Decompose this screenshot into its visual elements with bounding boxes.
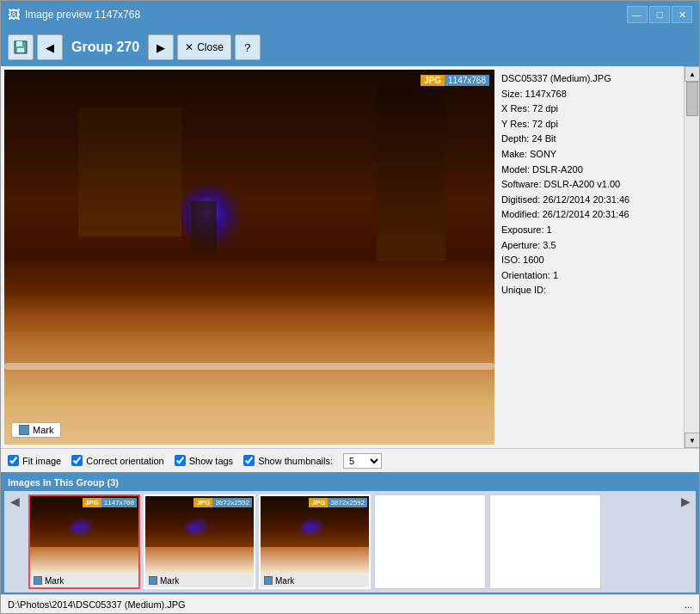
thumb-checkbox-2	[149, 576, 157, 585]
thumb-badge-3: JPG 3872x2592	[309, 498, 367, 507]
status-indicator: ...	[685, 599, 692, 610]
thumb-mark-3[interactable]: Mark	[261, 574, 369, 587]
info-aperture: Aperture: 3.5	[501, 238, 677, 254]
info-iso: ISO: 1600	[501, 253, 677, 268]
thumb-mark-label-1: Mark	[45, 576, 64, 586]
image-panel: JPG 1147x768 Mark	[1, 66, 494, 448]
group-name: Group 270	[71, 40, 139, 55]
info-model: Model: DSLR-A200	[501, 163, 677, 178]
status-path: D:\Photos\2014\DSC05337 (Medium).JPG	[8, 599, 186, 610]
options-bar: Fit image Correct orientation Show tags …	[1, 448, 699, 472]
window-close-button[interactable]: ✕	[672, 6, 692, 23]
prev-button[interactable]: ◀	[37, 34, 63, 60]
thumb-badge-2: JPG 3872x2592	[193, 498, 252, 507]
thumb-image-1	[30, 496, 138, 574]
status-bar: D:\Photos\2014\DSC05337 (Medium).JPG ...	[1, 594, 699, 613]
info-modified: Modified: 26/12/2014 20:31:46	[501, 207, 677, 223]
info-make: Make: SONY	[501, 147, 677, 163]
thumb-mark-2[interactable]: Mark	[145, 574, 254, 587]
close-button[interactable]: ✕ Close	[177, 34, 231, 60]
info-size: Size: 1147x768	[501, 87, 677, 102]
next-icon: ▶	[157, 41, 165, 54]
show-tags-checkbox[interactable]	[175, 455, 186, 466]
show-thumbnails-option[interactable]: Show thumbnails:	[243, 455, 333, 466]
scroll-thumb[interactable]	[686, 82, 698, 116]
window-title: Image preview 1147x768	[25, 9, 140, 21]
thumbnails-count-select[interactable]: 5 3 7 10	[343, 453, 382, 469]
thumb-mark-1[interactable]: Mark	[30, 574, 138, 587]
thumb-image-3	[261, 496, 369, 574]
info-software: Software: DSLR-A200 v1.00	[501, 177, 677, 193]
help-button[interactable]: ?	[235, 34, 261, 60]
thumbnails-prev-button[interactable]: ◀	[4, 494, 25, 508]
thumb-type-3: JPG	[309, 498, 328, 507]
show-thumbnails-checkbox[interactable]	[243, 455, 255, 466]
main-content: JPG 1147x768 Mark DSC05337 (Medium).JPG …	[1, 66, 699, 448]
thumbnails-section: Images In This Group (3) ◀ JPG 1147x768	[1, 472, 699, 594]
mark-label: Mark	[33, 425, 53, 435]
scroll-up-button[interactable]: ▲	[685, 66, 699, 82]
thumb-size-3: 3872x2592	[328, 498, 367, 507]
thumb-badge-1: JPG 1147x768	[83, 498, 137, 507]
thumbnail-item-3[interactable]: JPG 3872x2592 Mark	[259, 494, 371, 589]
minimize-button[interactable]: —	[627, 6, 648, 23]
thumb-checkbox-1	[34, 576, 42, 585]
correct-orientation-option[interactable]: Correct orientation	[71, 455, 164, 466]
thumb-mark-label-3: Mark	[275, 576, 294, 586]
info-scrollbar[interactable]: ▲ ▼	[684, 66, 699, 448]
thumb-mark-label-2: Mark	[160, 576, 179, 586]
window-icon: 🖼	[8, 8, 20, 21]
close-label: Close	[197, 41, 224, 53]
mark-button[interactable]: Mark	[11, 422, 61, 438]
toolbar: ◀ Group 270 ▶ ✕ Close ?	[1, 28, 699, 66]
title-bar: 🖼 Image preview 1147x768 — □ ✕	[1, 1, 699, 28]
thumbnails-next-button[interactable]: ▶	[675, 494, 696, 508]
fit-image-label: Fit image	[22, 456, 61, 466]
thumb-image-2	[145, 496, 254, 574]
next-button[interactable]: ▶	[148, 34, 174, 60]
prev-icon: ◀	[46, 41, 54, 54]
badge-size: 1147x768	[445, 75, 489, 86]
info-unique-id: Unique ID:	[501, 283, 677, 298]
title-bar-left: 🖼 Image preview 1147x768	[8, 8, 140, 21]
thumb-type-2: JPG	[193, 498, 212, 507]
info-depth: Depth: 24 Bit	[501, 132, 677, 147]
title-bar-controls: — □ ✕	[627, 6, 692, 23]
show-tags-label: Show tags	[189, 456, 233, 466]
thumbnail-item-1[interactable]: JPG 1147x768 Mark	[28, 494, 140, 589]
main-image	[4, 70, 494, 445]
info-xres: X Res: 72 dpi	[501, 101, 677, 117]
show-tags-option[interactable]: Show tags	[175, 455, 233, 466]
thumbnails-prev-icon: ◀	[10, 494, 20, 508]
thumbnail-item-2[interactable]: JPG 3872x2592 Mark	[144, 494, 255, 589]
thumb-checkbox-3	[264, 576, 273, 585]
thumb-size-1: 1147x768	[101, 498, 137, 507]
correct-orientation-checkbox[interactable]	[71, 455, 83, 466]
help-icon: ?	[244, 41, 250, 54]
save-icon	[13, 40, 28, 55]
thumbnail-empty-5	[489, 494, 601, 589]
fit-image-option[interactable]: Fit image	[8, 455, 61, 466]
save-button[interactable]	[8, 34, 34, 60]
badge-type: JPG	[421, 75, 445, 86]
fit-image-checkbox[interactable]	[8, 455, 19, 466]
thumbnails-container: JPG 1147x768 Mark JPG	[25, 494, 675, 589]
info-orientation: Orientation: 1	[501, 268, 677, 284]
scroll-down-button[interactable]: ▼	[685, 433, 699, 448]
close-icon: ✕	[185, 41, 193, 53]
thumb-type-1: JPG	[83, 498, 101, 507]
info-filename: DSC05337 (Medium).JPG	[501, 71, 677, 87]
maximize-button[interactable]: □	[649, 6, 670, 23]
thumbnails-row: ◀ JPG 1147x768 Mark	[4, 491, 696, 593]
thumb-size-2: 3872x2592	[212, 498, 252, 507]
scroll-track	[685, 82, 699, 433]
show-thumbnails-label: Show thumbnails:	[258, 456, 333, 466]
thumbnails-next-icon: ▶	[681, 494, 691, 508]
image-badge: JPG 1147x768	[421, 75, 489, 86]
thumbnails-header: Images In This Group (3)	[4, 476, 696, 491]
correct-orientation-label: Correct orientation	[86, 456, 164, 466]
info-digitised: Digitised: 26/12/2014 20:31:46	[501, 193, 677, 208]
info-yres: Y Res: 72 dpi	[501, 117, 677, 132]
thumbnail-empty-4	[374, 494, 486, 589]
info-exposure: Exposure: 1	[501, 223, 677, 238]
